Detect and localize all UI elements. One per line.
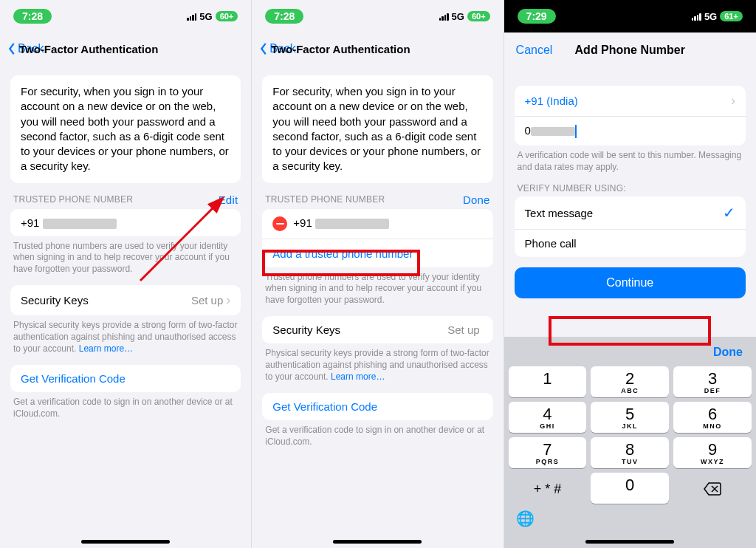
chevron-right-icon: ›: [226, 292, 230, 307]
checkmark-icon: ✓: [723, 204, 735, 222]
key-symbols[interactable]: + * #: [509, 473, 587, 504]
add-trusted-number-button[interactable]: Add a trusted phone number: [262, 240, 492, 267]
network-label: 5G: [452, 11, 464, 22]
nav-bar: Back Two-Factor Authentication: [0, 32, 251, 65]
setup-label: Set up: [191, 294, 223, 306]
nav-title: Two-Factor Authentication: [19, 43, 158, 55]
security-footer: Physical security keys provide a strong …: [265, 348, 489, 383]
battery-badge: 60+: [467, 11, 490, 21]
verify-text-message[interactable]: Text message ✓: [515, 196, 746, 230]
home-indicator: [585, 540, 674, 544]
number-prefix: +91: [293, 216, 312, 229]
number-prefix: +91: [21, 216, 39, 229]
battery-badge: 61+: [720, 11, 743, 21]
security-keys-row[interactable]: Security Keys Set up: [262, 316, 492, 343]
modal-title: Add Phone Number: [575, 44, 685, 57]
phone-value: 0: [525, 124, 531, 137]
signal-icon: [439, 13, 449, 21]
modal-sheet: Cancel Add Phone Number +91 (India) › 0 …: [504, 32, 756, 328]
key-9[interactable]: 9WXYZ: [673, 437, 752, 468]
screen-add-number: 7:28 5G 60+ Back Two-Factor Authenticati…: [252, 0, 504, 548]
security-keys-row[interactable]: Security Keys Set up›: [10, 285, 241, 315]
network-label: 5G: [199, 11, 212, 22]
key-2[interactable]: 2ABC: [591, 366, 669, 397]
chevron-right-icon: ›: [731, 93, 735, 109]
trusted-header: TRUSTED PHONE NUMBER Edit: [13, 193, 238, 206]
intro-card: For security, when you sign in to your a…: [10, 75, 241, 183]
security-footer: Physical security keys provide a strong …: [13, 320, 238, 355]
redacted-number: [43, 219, 117, 229]
phone-number-row[interactable]: +91: [10, 209, 241, 236]
phone-number-row[interactable]: +91: [262, 209, 492, 239]
verify-header-label: VERIFY NUMBER USING:: [518, 183, 626, 193]
redacted-number: [315, 219, 389, 229]
status-bar: 7:28 5G 60+: [0, 0, 251, 32]
redacted-input: [531, 127, 575, 136]
signal-icon: [187, 13, 196, 21]
nav-title: Two-Factor Authentication: [271, 43, 410, 55]
get-code-button[interactable]: Get Verification Code: [262, 393, 492, 420]
key-3[interactable]: 3DEF: [673, 366, 752, 397]
learn-more-link[interactable]: Learn more…: [79, 343, 133, 354]
key-4[interactable]: 4GHI: [509, 402, 587, 433]
signal-icon: [692, 13, 701, 21]
key-7[interactable]: 7PQRS: [509, 437, 587, 468]
cancel-button[interactable]: Cancel: [516, 44, 553, 57]
chevron-left-icon: [7, 42, 16, 55]
text-cursor: [575, 125, 577, 138]
get-code-footer: Get a verification code to sign in on an…: [13, 397, 238, 419]
intro-card: For security, when you sign in to your a…: [262, 75, 492, 183]
add-trusted-label: Add a trusted phone number: [272, 247, 413, 260]
key-6[interactable]: 6MNO: [673, 402, 752, 433]
trusted-footer: Trusted phone numbers are used to verify…: [265, 272, 489, 306]
status-bar: 7:28 5G 60+: [252, 0, 503, 32]
status-time: 7:28: [265, 9, 303, 24]
done-button[interactable]: Done: [463, 193, 490, 206]
keyboard-done-button[interactable]: Done: [713, 346, 743, 359]
continue-button[interactable]: Continue: [515, 267, 746, 298]
trusted-header-label: TRUSTED PHONE NUMBER: [265, 194, 385, 205]
numeric-keyboard: Done 1 2ABC 3DEF 4GHI 5JKL 6MNO 7PQRS 8T…: [504, 337, 756, 548]
security-keys-label: Security Keys: [21, 294, 89, 306]
key-5[interactable]: 5JKL: [591, 402, 669, 433]
get-code-footer: Get a verification code to sign in on an…: [265, 425, 489, 448]
network-label: 5G: [704, 11, 717, 22]
chevron-left-icon: [259, 42, 268, 55]
status-bar: 7:29 5G 61+: [504, 0, 756, 32]
key-1[interactable]: 1: [509, 366, 587, 397]
home-indicator: [81, 540, 170, 544]
learn-more-link[interactable]: Learn more…: [331, 371, 385, 382]
security-keys-label: Security Keys: [272, 323, 340, 336]
status-time: 7:29: [518, 9, 556, 24]
home-indicator: [333, 540, 422, 544]
screen-edit-number: 7:28 5G 60+ Back Two-Factor Authenticati…: [0, 0, 252, 548]
modal-nav: Cancel Add Phone Number: [504, 32, 756, 68]
screen-enter-number: 7:29 5G 61+ Cancel Add Phone Number +91 …: [504, 0, 756, 548]
text-message-label: Text message: [525, 207, 594, 219]
key-backspace[interactable]: [673, 473, 752, 504]
phone-call-label: Phone call: [525, 237, 577, 250]
key-0[interactable]: 0: [591, 473, 669, 504]
trusted-footer: Trusted phone numbers are used to verify…: [13, 241, 238, 275]
nav-bar: Back Two-Factor Authentication: [252, 32, 503, 65]
globe-icon[interactable]: 🌐: [509, 510, 752, 527]
setup-label: Set up: [447, 323, 479, 336]
verify-footer: A verification code will be sent to this…: [518, 150, 743, 173]
phone-number-input[interactable]: 0: [515, 117, 746, 145]
delete-minus-icon[interactable]: [272, 216, 287, 231]
edit-button[interactable]: Edit: [219, 193, 238, 206]
trusted-header: TRUSTED PHONE NUMBER Done: [265, 193, 489, 206]
key-grid: 1 2ABC 3DEF 4GHI 5JKL 6MNO 7PQRS 8TUV 9W…: [509, 366, 752, 504]
trusted-header-label: TRUSTED PHONE NUMBER: [13, 194, 133, 205]
status-time: 7:28: [13, 9, 52, 24]
trusted-number-list: +91 Add a trusted phone number: [262, 209, 492, 267]
battery-badge: 60+: [216, 11, 238, 21]
verify-phone-call[interactable]: Phone call: [515, 230, 746, 257]
key-8[interactable]: 8TUV: [591, 437, 669, 468]
verify-header: VERIFY NUMBER USING:: [518, 183, 743, 193]
get-code-button[interactable]: Get Verification Code: [10, 365, 241, 392]
verify-options: Text message ✓ Phone call: [515, 196, 746, 257]
country-selector[interactable]: +91 (India) ›: [515, 86, 746, 117]
country-code-label: +91 (India): [525, 95, 578, 107]
backspace-icon: [704, 482, 721, 496]
